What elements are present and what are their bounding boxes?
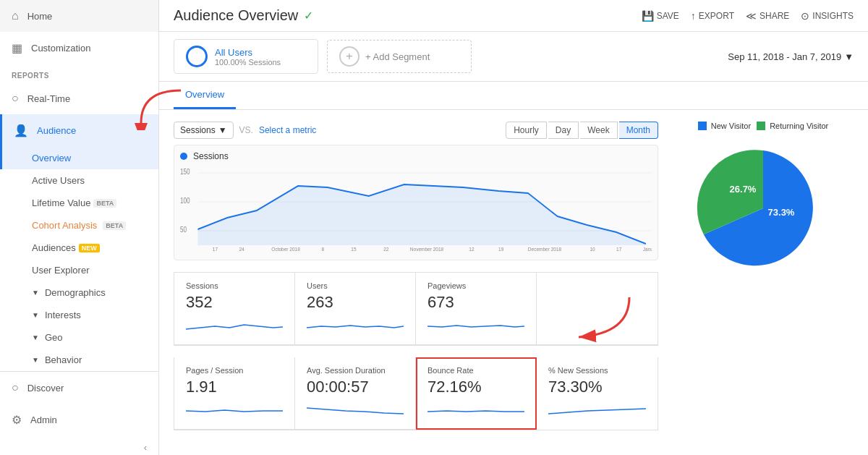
sidebar-lifetime-value-label: Lifetime Value <box>32 197 90 208</box>
sidebar-item-cohort[interactable]: Cohort Analysis BETA <box>0 214 158 237</box>
sidebar: ⌂ Home ▦ Customization REPORTS ○ Real-Ti… <box>0 0 159 455</box>
segment-bar: All Users 100.00% Sessions + + Add Segme… <box>159 32 868 82</box>
sidebar-item-interests[interactable]: ▼ Interests <box>0 304 158 326</box>
date-range-label: Sep 11, 2018 - Jan 7, 2019 <box>728 51 841 62</box>
pie-legend-row: New Visitor Returning Visitor <box>698 122 829 130</box>
sidebar-overview-label: Overview <box>32 153 71 163</box>
metric-empty <box>537 273 658 345</box>
insights-button[interactable]: ⊙ INSIGHTS <box>801 10 854 22</box>
chart-legend: Sessions <box>180 151 652 161</box>
sidebar-item-demographics[interactable]: ▼ Demographics <box>0 281 158 304</box>
svg-text:November 2018: November 2018 <box>410 245 443 252</box>
svg-text:17: 17 <box>213 245 218 252</box>
legend-label: Sessions <box>193 151 229 161</box>
add-segment-label: + Add Segment <box>365 51 430 62</box>
day-button[interactable]: Day <box>548 122 579 139</box>
date-range[interactable]: Sep 11, 2018 - Jan 7, 2019 ▼ <box>728 51 854 62</box>
metric-users: Users 263 <box>295 273 416 345</box>
metrics-grid-bottom: Pages / Session 1.91 Avg. Session Durati… <box>174 357 658 430</box>
add-segment-button[interactable]: + + Add Segment <box>327 40 472 73</box>
lifetime-value-badge: BETA <box>93 199 116 208</box>
save-button[interactable]: 💾 SAVE <box>642 10 679 22</box>
insights-icon: ⊙ <box>801 10 809 22</box>
pages-session-value: 1.91 <box>186 378 283 396</box>
sidebar-user-explorer-label: User Explorer <box>32 265 89 276</box>
sidebar-cohort-label: Cohort Analysis <box>32 220 97 231</box>
metric-pages-session: Pages / Session 1.91 <box>174 357 295 430</box>
segment-name: All Users <box>215 47 281 58</box>
new-visitor-legend: New Visitor <box>698 122 751 130</box>
sidebar-item-audience[interactable]: 👤 Audience <box>0 114 158 147</box>
sidebar-interests-label: Interests <box>45 310 81 320</box>
sidebar-item-customization[interactable]: ▦ Customization <box>0 32 158 64</box>
share-button[interactable]: ≪ SHARE <box>746 10 789 22</box>
pageviews-sparkline <box>427 316 524 333</box>
returning-visitor-label: Returning Visitor <box>770 122 828 130</box>
bounce-sparkline <box>427 401 524 418</box>
sidebar-item-active-users[interactable]: Active Users <box>0 169 158 192</box>
add-segment-circle: + <box>339 46 359 67</box>
chart-container: Sessions 150 100 50 <box>174 145 658 260</box>
svg-text:17: 17 <box>616 245 621 252</box>
all-users-segment[interactable]: All Users 100.00% Sessions <box>174 39 318 74</box>
pages-sparkline <box>186 401 283 418</box>
tab-overview[interactable]: Overview <box>174 82 236 109</box>
export-button[interactable]: ↑ EXPORT <box>691 10 734 22</box>
new-sessions-sparkline <box>548 401 646 418</box>
sidebar-item-user-explorer[interactable]: User Explorer <box>0 259 158 281</box>
bounce-rate-label: Bounce Rate <box>427 366 524 375</box>
sidebar-audiences-label: Audiences <box>32 242 76 253</box>
discover-icon: ○ <box>12 381 19 394</box>
pageviews-value: 673 <box>427 293 524 312</box>
metric-pageviews: Pageviews 673 <box>416 273 537 345</box>
new-visitor-label: New Visitor <box>711 122 751 130</box>
svg-text:22: 22 <box>383 245 388 252</box>
person-icon: 👤 <box>14 124 28 137</box>
tab-bar: Overview <box>159 82 868 110</box>
reports-section-label: REPORTS <box>0 64 158 82</box>
pie-legend: New Visitor Returning Visitor <box>698 122 829 130</box>
users-label: Users <box>307 281 404 290</box>
sidebar-item-geo[interactable]: ▼ Geo <box>0 326 158 349</box>
topbar-left: Audience Overview ✓ <box>174 7 313 24</box>
dropdown-icon: ▼ <box>844 51 854 62</box>
returning-visitor-color <box>757 122 765 130</box>
svg-text:15: 15 <box>351 245 356 252</box>
metric-new-sessions: % New Sessions 73.30% <box>537 357 658 430</box>
sidebar-geo-label: Geo <box>45 332 63 343</box>
sidebar-item-overview[interactable]: Overview <box>0 147 158 169</box>
sessions-value: 352 <box>186 293 283 312</box>
sidebar-discover-label: Discover <box>27 383 64 394</box>
sidebar-item-audiences[interactable]: Audiences NEW <box>0 237 158 259</box>
share-icon: ≪ <box>746 10 757 22</box>
sidebar-customization-label: Customization <box>31 43 90 54</box>
hourly-button[interactable]: Hourly <box>506 122 547 139</box>
pageviews-label: Pageviews <box>427 281 524 290</box>
pages-session-label: Pages / Session <box>186 366 283 375</box>
sessions-sparkline <box>186 316 283 333</box>
month-button[interactable]: Month <box>619 122 658 139</box>
page-title: Audience Overview <box>174 7 298 24</box>
export-icon: ↑ <box>691 10 696 22</box>
svg-text:December 2018: December 2018 <box>528 245 561 252</box>
metric-avg-duration: Avg. Session Duration 00:00:57 <box>295 357 416 430</box>
sidebar-item-discover[interactable]: ○ Discover <box>0 372 158 404</box>
sidebar-item-realtime[interactable]: ○ Real-Time <box>0 82 158 114</box>
sidebar-realtime-label: Real-Time <box>27 93 70 104</box>
sidebar-item-home[interactable]: ⌂ Home <box>0 0 158 32</box>
sessions-metric-dropdown[interactable]: Sessions ▼ <box>174 122 234 139</box>
svg-text:10: 10 <box>590 245 595 252</box>
sidebar-item-behavior[interactable]: ▼ Behavior <box>0 349 158 371</box>
customization-icon: ▦ <box>12 41 22 55</box>
metric-bounce-rate: Bounce Rate 72.16% <box>416 357 537 430</box>
sidebar-collapse-button[interactable]: ‹ <box>0 436 158 455</box>
week-button[interactable]: Week <box>580 122 617 139</box>
sidebar-item-lifetime-value[interactable]: Lifetime Value BETA <box>0 192 158 214</box>
svg-text:October 2018: October 2018 <box>271 245 299 252</box>
segment-sub: 100.00% Sessions <box>215 58 281 67</box>
sidebar-behavior-label: Behavior <box>45 354 82 365</box>
select-metric-link[interactable]: Select a metric <box>259 125 316 135</box>
content-area: Sessions ▼ VS. Select a metric Hourly Da… <box>159 110 868 455</box>
sidebar-item-admin[interactable]: ⚙ Admin <box>0 404 158 436</box>
gear-icon: ⚙ <box>12 413 22 427</box>
